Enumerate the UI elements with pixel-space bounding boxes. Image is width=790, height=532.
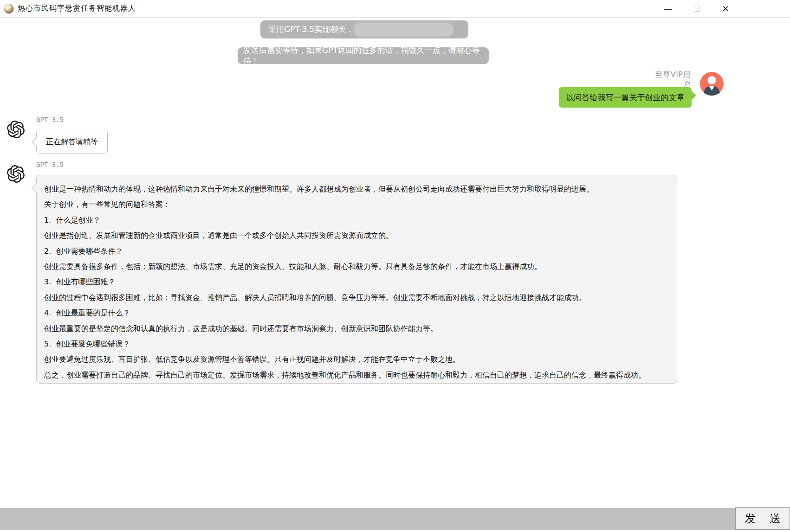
answer-paragraph: 创业是一种热情和动力的体现，这种热情和动力来自于对未来的憧憬和期望。许多人都想成… [44,181,667,197]
answer-paragraph: 5. 创业要避免哪些错误？ [44,336,667,352]
bubble-tail [32,137,41,147]
openai-logo-icon [7,165,25,183]
openai-logo-icon [7,121,25,138]
app-window: 热心市民码字悬赏任务智能机器人 — ✕ 采用GPT-3.5实现聊天， 发送后需要… [0,0,790,532]
maximize-icon [694,6,700,12]
notice-banner-wait: 发送后需要等待，如果GPT返回的值多的话，稍微久一点，请耐心等待！ [238,47,489,64]
input-bar[interactable] [0,508,790,530]
bot-message-bubble-answer: 创业是一种热情和动力的体现，这种热情和动力来自于对未来的憧憬和期望。许多人都想成… [36,175,677,384]
answer-paragraph: 3. 创业有哪些困难？ [44,274,667,289]
answer-paragraph: 创业的过程中会遇到很多困难，比如：寻找资金、推销产品、解决人员招聘和培养的问题、… [44,290,667,305]
title-bar: 热心市民码字悬赏任务智能机器人 — ✕ [0,0,790,18]
vip-user-label: 至尊VIP用户 [648,70,691,90]
user-avatar [700,72,724,96]
answer-paragraph: 1. 什么是创业？ [44,212,667,228]
answer-paragraph: 2. 创业需要哪些条件？ [44,244,667,259]
notice-banner-model: 采用GPT-3.5实现聊天， [260,20,468,38]
minimize-icon: — [664,4,672,13]
close-icon: ✕ [722,4,729,13]
answer-paragraph: 关于创业，有一些常见的问题和答案： [44,197,667,212]
answer-paragraph: 总之，创业需要打造自己的品牌、寻找自己的市场定位、发掘市场需求，持续地改善和优化… [44,367,667,383]
bot-name-label: GPT-3.5 [36,161,64,168]
notice-text: 采用GPT-3.5实现聊天， [268,24,354,35]
app-icon [4,4,14,14]
window-title: 热心市民码字悬赏任务智能机器人 [18,4,136,13]
bubble-tail [687,91,696,100]
answer-paragraph: 4. 创业最重要的是什么？ [44,305,667,320]
send-button[interactable]: 发 送 [735,507,790,530]
notice-text: 发送后需要等待，如果GPT返回的值多的话，稍微久一点，请耐心等待！ [243,45,489,66]
bubble-tail [32,183,41,192]
close-button[interactable]: ✕ [711,0,740,18]
answer-paragraph: 创业是指创造、发展和管理新的企业或商业项目，通常是由一个或多个创始人共同投资所需… [44,228,667,243]
bot-message-text: 正在解答请稍等 [46,137,98,147]
answer-paragraph: 创业需要具备很多条件，包括：新颖的想法、市场需求、充足的资金投入、技能和人脉、耐… [44,259,667,274]
bot-name-label: GPT-3.5 [36,116,64,123]
maximize-button[interactable] [682,0,711,18]
user-message-text: 以问答给我写一篇关于创业的文章 [566,92,685,103]
redacted-text-blob [355,23,453,36]
minimize-button[interactable]: — [654,0,682,18]
user-message-bubble: 以问答给我写一篇关于创业的文章 [559,87,692,108]
answer-paragraph: 创业最重要的是坚定的信念和认真的执行力，这是成功的基础。同时还需要有市场洞察力、… [44,321,667,336]
answer-paragraph: 创业要避免过度乐观、盲目扩张、低估竞争以及资源管理不善等错误。只有正视问题并及时… [44,352,667,367]
bot-message-bubble-waiting: 正在解答请稍等 [36,130,108,154]
